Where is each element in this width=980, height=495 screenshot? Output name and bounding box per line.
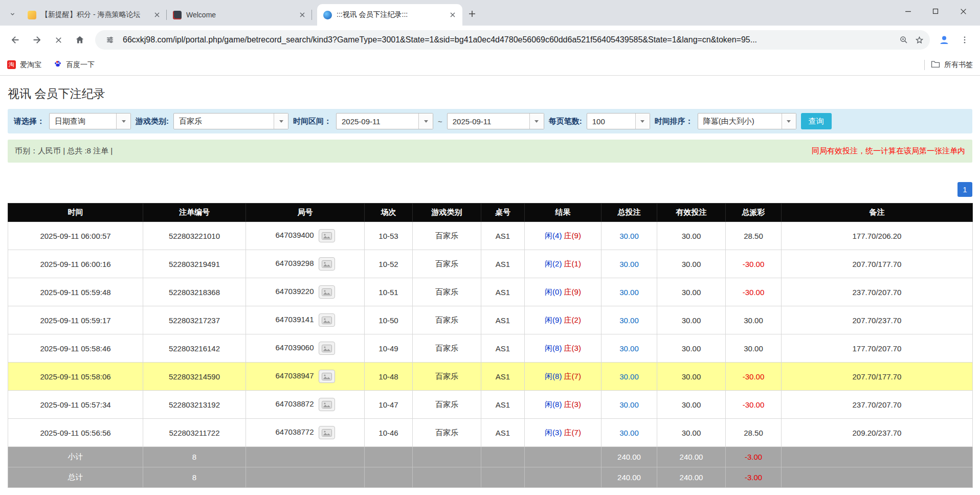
browser-tab-forum[interactable]: 【新提醒】积分 - 海燕策略论坛	[21, 4, 167, 26]
range-separator: ~	[438, 117, 442, 126]
subtotal-payout: -3.00	[726, 447, 782, 467]
bookmark-item-baidu[interactable]: 百度一下	[54, 60, 95, 70]
bet-row[interactable]: 2025-09-11 06:00:57522803221010647039400…	[8, 222, 973, 250]
round-number: 647039060	[275, 343, 314, 352]
date-from-select[interactable]: 2025-09-11	[336, 113, 433, 129]
bet-row[interactable]: 2025-09-11 05:59:17522803217237647039141…	[8, 306, 973, 334]
stop-button[interactable]	[48, 30, 69, 50]
bet-row[interactable]: 2025-09-11 05:59:48522803218368647039220…	[8, 278, 973, 306]
dropdown-caret-icon[interactable]	[418, 114, 433, 129]
cell-table-no: AS1	[481, 391, 525, 419]
cell-valid-bet: 30.00	[657, 250, 726, 278]
cell-result: 闲(4) 庄(9)	[525, 222, 602, 250]
dropdown-caret-icon[interactable]	[529, 114, 544, 129]
date-to-select[interactable]: 2025-09-11	[447, 113, 544, 129]
video-replay-icon[interactable]	[319, 342, 335, 355]
maximize-button[interactable]	[922, 0, 949, 22]
cell-game-type: 百家乐	[413, 278, 481, 306]
dropdown-caret-icon[interactable]	[782, 114, 796, 129]
cell-time: 2025-09-11 05:59:48	[8, 278, 143, 306]
video-replay-icon[interactable]	[319, 229, 335, 242]
cell-time: 2025-09-11 05:59:17	[8, 306, 143, 334]
search-button[interactable]: 查询	[801, 113, 832, 129]
subtotal-label: 小计	[8, 447, 143, 467]
video-replay-icon[interactable]	[319, 398, 335, 411]
cell-total-bet[interactable]: 30.00	[602, 250, 657, 278]
notice-text: 同局有效投注，统一计算在该局第一张注单内	[812, 146, 965, 156]
cell-bet-id: 522803217237	[143, 306, 246, 334]
browser-tab-welcome[interactable]: Welcome	[167, 4, 312, 26]
cell-total-bet[interactable]: 30.00	[602, 306, 657, 334]
plus-icon	[468, 10, 476, 20]
cell-bet-id: 522803214590	[143, 363, 246, 391]
bookmark-star-icon[interactable]	[911, 32, 927, 48]
total-valid-bet: 240.00	[657, 467, 726, 488]
all-bookmarks-button[interactable]: 所有书签	[931, 60, 973, 70]
dropdown-caret-icon[interactable]	[635, 114, 650, 129]
footer-empty-cell	[525, 467, 602, 488]
video-replay-icon[interactable]	[319, 426, 335, 439]
cell-total-bet[interactable]: 30.00	[602, 391, 657, 419]
tab-close-icon[interactable]	[152, 10, 162, 19]
url-text[interactable]: 66cxkj98.com/ipl/portal.php/game/betreco…	[123, 35, 891, 44]
site-info-icon[interactable]	[102, 32, 118, 48]
result-player: 闲(8)	[545, 372, 562, 380]
address-bar[interactable]: 66cxkj98.com/ipl/portal.php/game/betreco…	[95, 30, 930, 50]
cell-total-bet[interactable]: 30.00	[602, 419, 657, 447]
header-time: 时间	[8, 204, 143, 222]
back-button[interactable]	[5, 30, 26, 50]
footer-empty-cell	[481, 447, 525, 467]
bookmark-item-taobao[interactable]: 淘 爱淘宝	[7, 60, 41, 70]
welcome-favicon-icon	[173, 11, 182, 19]
bet-row[interactable]: 2025-09-11 05:56:56522803211722647038772…	[8, 419, 973, 447]
cell-payout: 30.00	[726, 334, 782, 363]
baidu-paw-icon	[54, 60, 62, 70]
video-replay-icon[interactable]	[319, 285, 335, 299]
result-banker: 庄(7)	[564, 428, 581, 437]
new-tab-button[interactable]	[462, 4, 482, 26]
round-number: 647039220	[275, 287, 314, 296]
cell-round: 647039298	[246, 250, 365, 278]
bet-row[interactable]: 2025-09-11 05:58:46522803216142647039060…	[8, 334, 973, 363]
cell-session: 10-48	[365, 363, 413, 391]
query-type-value: 日期查询	[50, 114, 116, 129]
tab-close-icon[interactable]	[448, 10, 457, 19]
footer-empty-cell	[782, 467, 973, 488]
result-banker: 庄(3)	[564, 344, 581, 352]
header-bet-id: 注单编号	[143, 204, 246, 222]
browser-tab-bet-record[interactable]: :::视讯 会员下注纪录:::	[317, 4, 462, 26]
cell-payout: -30.00	[726, 250, 782, 278]
game-type-select[interactable]: 百家乐	[173, 113, 288, 129]
total-payout: -3.00	[726, 467, 782, 488]
page-size-select[interactable]: 100	[587, 113, 650, 129]
cell-total-bet[interactable]: 30.00	[602, 334, 657, 363]
menu-kebab-icon[interactable]	[954, 30, 975, 50]
page-1-button[interactable]: 1	[957, 182, 972, 197]
subtotal-valid-bet: 240.00	[657, 447, 726, 467]
dropdown-caret-icon[interactable]	[116, 114, 130, 129]
bet-row[interactable]: 2025-09-11 06:00:16522803219491647039298…	[8, 250, 973, 278]
video-replay-icon[interactable]	[319, 370, 335, 383]
query-type-select[interactable]: 日期查询	[49, 113, 131, 129]
dropdown-caret-icon[interactable]	[274, 114, 288, 129]
tab-close-icon[interactable]	[298, 10, 307, 19]
cell-round: 647038772	[246, 419, 365, 447]
cell-total-bet[interactable]: 30.00	[602, 363, 657, 391]
header-total-bet: 总投注	[602, 204, 657, 222]
cell-round: 647038872	[246, 391, 365, 419]
cell-total-bet[interactable]: 30.00	[602, 278, 657, 306]
zoom-icon[interactable]	[896, 32, 911, 48]
cell-total-bet[interactable]: 30.00	[602, 222, 657, 250]
result-banker: 庄(9)	[564, 231, 581, 240]
tab-search-button[interactable]	[3, 4, 21, 26]
video-replay-icon[interactable]	[319, 313, 335, 327]
home-button[interactable]	[70, 30, 90, 50]
profile-avatar-icon[interactable]	[935, 31, 953, 49]
forward-button[interactable]	[27, 30, 47, 50]
video-replay-icon[interactable]	[319, 257, 335, 271]
bet-row[interactable]: 2025-09-11 05:58:06522803214590647038947…	[8, 363, 973, 391]
close-button[interactable]	[949, 0, 977, 22]
bet-row[interactable]: 2025-09-11 05:57:34522803213192647038872…	[8, 391, 973, 419]
sort-select[interactable]: 降冪(由大到小)	[698, 113, 796, 129]
minimize-button[interactable]	[894, 0, 922, 22]
